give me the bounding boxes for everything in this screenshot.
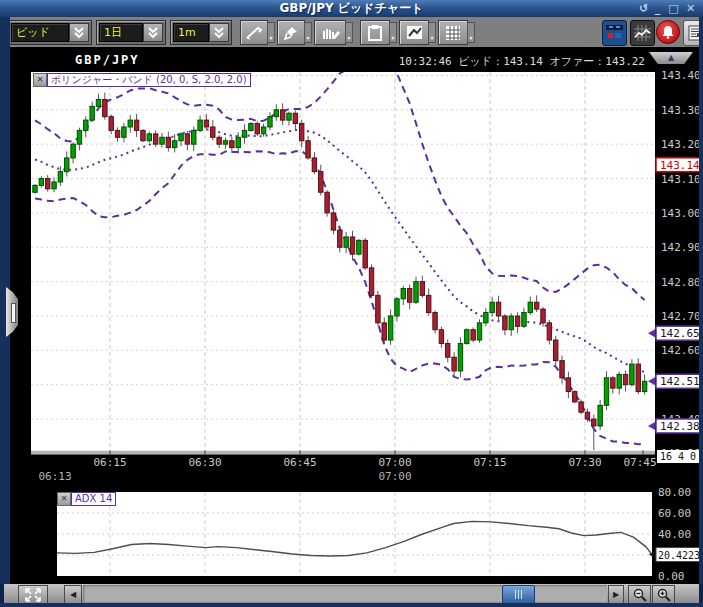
y-axis-tick: 143.40: [661, 69, 701, 82]
y-axis-tick: 142.70: [661, 310, 701, 323]
corner-readout: 16 4 0: [657, 450, 703, 463]
line-draw-options[interactable]: ▾: [267, 22, 275, 43]
line-draw-button[interactable]: [240, 20, 268, 45]
y-axis-tick: 143.00: [661, 207, 701, 220]
chart-line-icon: [634, 25, 651, 41]
expand-arrows-icon: [25, 588, 41, 602]
x-axis-tick: 07:45: [623, 456, 656, 469]
collapse-chart-button[interactable]: ▲: [649, 52, 693, 64]
y-axis-tick: 143.10: [661, 173, 701, 186]
chevron-down-icon[interactable]: [209, 23, 229, 42]
expand-chart-button[interactable]: [18, 585, 48, 604]
adx-y-tick: 60.00: [658, 507, 691, 520]
adx-value-tag: 20.4223: [658, 550, 700, 561]
scrollbar-thumb[interactable]: [502, 585, 535, 604]
bollinger-label-text: ボリンジャー・バンド (20, 0, S, 2.0, 2.0): [47, 73, 251, 87]
copy-clipboard-options[interactable]: ▾: [389, 22, 397, 43]
maximize-icon[interactable]: □: [666, 1, 681, 16]
quote-readout: 10:32:46 ビッド：143.14 オファー：143.22: [399, 54, 645, 69]
hand-pen-icon: [320, 25, 340, 41]
adx-label: ✕ ADX 14: [57, 492, 116, 506]
x-axis-tick: 06:45: [283, 456, 316, 469]
price-type-value: ビッド: [11, 23, 69, 42]
rates-panel-icon: [606, 25, 623, 41]
x-axis-tick: 06:15: [93, 456, 126, 469]
window-title: GBP/JPY ビッドチャート: [0, 0, 703, 17]
chart-header: GBP/JPY 10:32:46 ビッド：143.14 オファー：143.22 …: [10, 52, 699, 68]
magnifier-plus-icon: [657, 588, 671, 602]
y-axis-tick: 142.80: [661, 276, 701, 289]
price-tag: 142.38: [660, 420, 700, 433]
grid-icon: [445, 25, 461, 41]
toolbar: ビッド 1日 1m ▾ ▾ ▾ ▾: [4, 17, 699, 48]
symbol-label: GBP/JPY: [75, 53, 140, 67]
pin-marker-button[interactable]: [277, 20, 305, 45]
data-grid-button[interactable]: [438, 20, 468, 45]
bell-icon: [662, 26, 674, 39]
close-icon[interactable]: ✕: [683, 1, 698, 16]
chevron-down-icon[interactable]: [143, 23, 163, 42]
x-axis-tick: 06:30: [188, 456, 221, 469]
freehand-annotate-button[interactable]: [314, 20, 346, 45]
bollinger-label: ✕ ボリンジャー・バンド (20, 0, S, 2.0, 2.0): [33, 73, 251, 87]
window-bottom-border: [0, 603, 703, 607]
x-axis-tick: 07:15: [473, 456, 506, 469]
clipboard-icon: [367, 24, 383, 41]
y-axis-tick: 143.20: [661, 138, 701, 151]
y-axis-tick: 143.30: [661, 104, 701, 117]
adx-label-text: ADX 14: [71, 492, 116, 506]
restore-icon[interactable]: ↺: [636, 1, 651, 16]
interval-value: 1m: [173, 23, 209, 42]
zoom-in-button[interactable]: [652, 585, 675, 604]
export-image-options[interactable]: ▾: [428, 22, 436, 43]
y-axis-tick: 142.90: [661, 241, 701, 254]
adx-y-tick: 40.00: [658, 528, 691, 541]
alert-button[interactable]: [656, 20, 680, 44]
minimize-icon[interactable]: _: [650, 1, 665, 16]
copy-clipboard-button[interactable]: [360, 20, 390, 45]
freehand-annotate-options[interactable]: ▾: [345, 22, 353, 43]
scroll-left-button[interactable]: ◀: [64, 585, 82, 604]
x-axis-tick: 07:30: [568, 456, 601, 469]
rates-panel-button[interactable]: [602, 20, 627, 46]
x-axis-tick-row2: 07:00: [378, 470, 411, 483]
price-tag: 143.14: [660, 159, 700, 172]
close-adx-icon[interactable]: ✕: [57, 492, 71, 506]
pin-marker-options[interactable]: ▾: [304, 22, 312, 43]
price-tag: 142.51: [660, 375, 700, 388]
adx-y-tick: 80.00: [658, 486, 691, 499]
chevron-down-icon[interactable]: [69, 23, 89, 42]
price-type-dropdown[interactable]: ビッド: [8, 20, 92, 45]
x-axis-tick: 07:00: [378, 456, 411, 469]
title-bar[interactable]: GBP/JPY ビッドチャート ↺ _ □ ✕: [0, 0, 703, 17]
price-tag: 142.65: [660, 327, 700, 340]
export-image-button[interactable]: [399, 20, 429, 45]
scroll-right-button[interactable]: ▶: [608, 585, 624, 604]
price-chart-canvas[interactable]: 143.40143.30143.20143.10143.00142.90142.…: [0, 68, 703, 485]
x-axis-tick-row2: 06:13: [38, 470, 71, 483]
close-overlay-icon[interactable]: ✕: [33, 73, 47, 87]
zoom-out-button[interactable]: [628, 585, 651, 604]
period-value: 1日: [99, 23, 143, 42]
period-dropdown[interactable]: 1日: [96, 20, 166, 45]
window-right-border: [699, 17, 703, 584]
pencil-icon: [245, 25, 263, 41]
magnifier-minus-icon: [633, 588, 647, 602]
interval-dropdown[interactable]: 1m: [170, 20, 232, 45]
y-axis-tick: 142.60: [661, 344, 701, 357]
adx-y-tick: 0.00: [658, 570, 685, 583]
horizontal-scrollbar[interactable]: ◀ ▶: [4, 584, 699, 603]
chart-window-button[interactable]: [630, 20, 655, 46]
export-chart-icon: [406, 25, 423, 40]
data-grid-options[interactable]: ▾: [467, 22, 475, 43]
pin-icon: [283, 25, 299, 41]
